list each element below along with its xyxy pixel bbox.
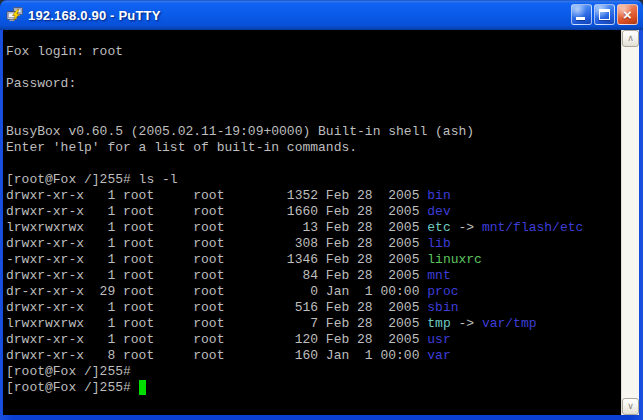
terminal-text-segment: [root@Fox /]255# (6, 364, 131, 379)
scroll-up-button[interactable]: ∧ (622, 30, 639, 47)
terminal-line: drwxr-xr-x 1 root root 120 Feb 28 2005 u… (6, 332, 621, 348)
terminal-text-segment: var (427, 348, 450, 363)
terminal-cursor (139, 380, 147, 395)
terminal-line: drwxr-xr-x 1 root root 308 Feb 28 2005 l… (6, 236, 621, 252)
terminal-text-segment: sbin (427, 300, 458, 315)
terminal-text-segment: drwxr-xr-x 8 root root 160 Jan 1 00:00 (6, 348, 427, 363)
minimize-icon (576, 17, 585, 20)
terminal-text-segment: BusyBox v0.60.5 (2005.02.11-19:09+0000) … (6, 124, 474, 139)
window-frame: Fox login: root Password: BusyBox v0.60.… (0, 30, 643, 420)
close-icon: × (618, 5, 637, 24)
terminal-text-segment: lrwxrwxrwx 1 root root 7 Feb 28 2005 (6, 316, 427, 331)
putty-icon[interactable] (6, 6, 24, 24)
maximize-icon (599, 9, 610, 20)
terminal-line: [root@Fox /]255# (6, 364, 621, 380)
terminal-text-segment: tmp (427, 316, 450, 331)
terminal-line: drwxr-xr-x 1 root root 1352 Feb 28 2005 … (6, 188, 621, 204)
scroll-down-button[interactable]: ∨ (622, 398, 639, 415)
terminal-text-segment: var/tmp (482, 316, 537, 331)
terminal-text-segment: [root@Fox /]255# ls -l (6, 172, 178, 187)
terminal-line: Fox login: root (6, 44, 621, 60)
terminal-text-segment: drwxr-xr-x 1 root root 516 Feb 28 2005 (6, 300, 427, 315)
terminal-text-segment: -> (451, 316, 482, 331)
scrollbar-track[interactable]: ∧ ∨ (621, 30, 639, 415)
terminal-line (6, 92, 621, 108)
putty-window: 192.168.0.90 - PuTTY × Fox login: root P… (0, 0, 643, 420)
window-controls: × (571, 4, 638, 25)
terminal-text-segment: drwxr-xr-x 1 root root 84 Feb 28 2005 (6, 268, 427, 283)
terminal-text-segment: usr (427, 332, 450, 347)
maximize-button[interactable] (594, 4, 615, 25)
terminal-text-segment: dr-xr-xr-x 29 root root 0 Jan 1 00:00 (6, 284, 427, 299)
terminal-text-segment: Fox login: root (6, 44, 123, 59)
chevron-up-icon: ∧ (627, 33, 634, 43)
terminal-text-segment: drwxr-xr-x 1 root root 1660 Feb 28 2005 (6, 204, 427, 219)
terminal-text-segment: bin (427, 188, 450, 203)
terminal-text-segment: lib (427, 236, 450, 251)
terminal-line (6, 108, 621, 124)
terminal-line: -rwxr-xr-x 1 root root 1346 Feb 28 2005 … (6, 252, 621, 268)
terminal-line: lrwxrwxrwx 1 root root 7 Feb 28 2005 tmp… (6, 316, 621, 332)
minimize-button[interactable] (571, 4, 592, 25)
terminal-line: Enter 'help' for a list of built-in comm… (6, 140, 621, 156)
terminal-text-segment: linuxrc (427, 252, 482, 267)
terminal-text-segment: drwxr-xr-x 1 root root 120 Feb 28 2005 (6, 332, 427, 347)
title-bar[interactable]: 192.168.0.90 - PuTTY × (0, 0, 643, 30)
terminal-text-segment: drwxr-xr-x 1 root root 308 Feb 28 2005 (6, 236, 427, 251)
terminal-line: Password: (6, 76, 621, 92)
terminal-line: drwxr-xr-x 1 root root 84 Feb 28 2005 mn… (6, 268, 621, 284)
terminal-line: lrwxrwxrwx 1 root root 13 Feb 28 2005 et… (6, 220, 621, 236)
chevron-down-icon: ∨ (627, 401, 634, 411)
terminal-line: drwxr-xr-x 8 root root 160 Jan 1 00:00 v… (6, 348, 621, 364)
terminal-line: [root@Fox /]255# ls -l (6, 172, 621, 188)
close-button[interactable]: × (617, 4, 638, 25)
terminal-text-segment: proc (427, 284, 458, 299)
terminal-line: [root@Fox /]255# (6, 380, 621, 396)
client-area: Fox login: root Password: BusyBox v0.60.… (3, 30, 639, 415)
terminal-screen[interactable]: Fox login: root Password: BusyBox v0.60.… (3, 30, 621, 415)
terminal-text-segment: [root@Fox /]255# (6, 380, 139, 395)
terminal-text-segment: etc (427, 220, 450, 235)
terminal-line: drwxr-xr-x 1 root root 1660 Feb 28 2005 … (6, 204, 621, 220)
terminal-text-segment: drwxr-xr-x 1 root root 1352 Feb 28 2005 (6, 188, 427, 203)
terminal-line: drwxr-xr-x 1 root root 516 Feb 28 2005 s… (6, 300, 621, 316)
terminal-text-segment: dev (427, 204, 450, 219)
terminal-text-segment: mnt/flash/etc (482, 220, 583, 235)
terminal-text-segment: lrwxrwxrwx 1 root root 13 Feb 28 2005 (6, 220, 427, 235)
terminal-text-segment: Enter 'help' for a list of built-in comm… (6, 140, 357, 155)
terminal-line: dr-xr-xr-x 29 root root 0 Jan 1 00:00 pr… (6, 284, 621, 300)
terminal-text-segment: mnt (427, 268, 450, 283)
terminal-line (6, 156, 621, 172)
terminal-text-segment: -rwxr-xr-x 1 root root 1346 Feb 28 2005 (6, 252, 427, 267)
terminal-text-segment: Password: (6, 76, 76, 91)
terminal-text-segment: -> (451, 220, 482, 235)
terminal-line (6, 60, 621, 76)
window-title: 192.168.0.90 - PuTTY (28, 8, 161, 23)
terminal-line: BusyBox v0.60.5 (2005.02.11-19:09+0000) … (6, 124, 621, 140)
